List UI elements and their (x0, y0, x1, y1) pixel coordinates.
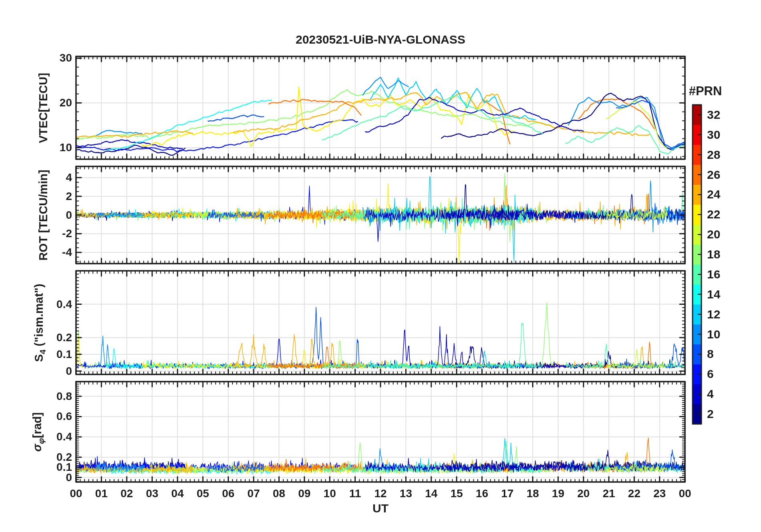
ytick-label-sigma: 0.2 (56, 451, 72, 464)
ytick-label-vtec: 10 (60, 141, 72, 154)
xtick-label: 23 (653, 487, 666, 500)
xtick-label: 10 (324, 487, 336, 500)
ylabel-rot: ROT [TECU/min] (37, 170, 50, 260)
ytick-label-rot: 2 (66, 190, 72, 203)
xtick-label: 09 (298, 487, 310, 500)
xtick-label: 19 (552, 487, 564, 500)
xtick-label: 14 (425, 487, 437, 500)
ytick-label-s4: 0.1 (56, 348, 72, 361)
xtick-label: 16 (476, 487, 488, 500)
ytick-label-rot: 4 (66, 171, 72, 184)
xtick-label: 22 (628, 487, 641, 500)
colorbar-tick-label: 28 (707, 148, 720, 162)
xtick-label: 00 (70, 487, 82, 500)
ylabel-s4-sub: 4 (38, 350, 47, 354)
xtick-label: 20 (577, 487, 590, 500)
xlabel-ut: UT (372, 502, 389, 515)
colorbar-tick-label: 8 (707, 347, 714, 361)
xtick-label: 15 (451, 487, 463, 500)
colorbar-tick-label: 14 (707, 288, 720, 301)
ytick-label-vtec: 20 (60, 96, 72, 109)
xtick-label: 07 (247, 487, 260, 500)
xtick-label: 02 (120, 487, 133, 500)
colorbar-tick-label: 32 (707, 108, 720, 122)
ylabel-sigma-post: [rad] (31, 412, 44, 438)
xtick-label: 06 (222, 487, 234, 500)
ytick-label-rot: -4 (62, 246, 72, 259)
colorbar-tick-label: 2 (707, 407, 714, 421)
colorbar-tick-label: 30 (707, 128, 720, 142)
ytick-label-sigma: 0.6 (56, 410, 72, 423)
xtick-label: 04 (171, 487, 184, 500)
ytick-label-sigma: 0.4 (56, 430, 72, 443)
xtick-label: 13 (400, 487, 412, 500)
colorbar-tick-label: 4 (707, 387, 714, 401)
ylabel-sigma-phi: σφ[rad] (31, 412, 46, 452)
colorbar-tick-label: 10 (707, 328, 720, 341)
ytick-label-vtec: 30 (60, 52, 72, 64)
xtick-label: 12 (374, 487, 387, 500)
xtick-label: 18 (527, 487, 539, 500)
colorbar-tick-label: 16 (707, 268, 720, 281)
ylabel-rot-text: ROT [TECU/min] (37, 170, 50, 260)
figure: 20230521-UiB-NYA-GLONASS VTEC[TECU] ROT … (0, 0, 761, 532)
ylabel-s4-post: ("ism.mat") (32, 284, 45, 349)
xtick-label: 21 (603, 487, 615, 500)
xtick-label: 11 (349, 487, 361, 500)
colorbar-tick-label: 22 (707, 208, 720, 221)
chart-canvas (0, 0, 761, 532)
ylabel-sigma-pre: σ (31, 444, 44, 452)
xtick-label: 08 (273, 487, 285, 500)
ytick-label-s4: 0.4 (56, 298, 72, 311)
ytick-label-s4: 0 (66, 365, 72, 378)
ytick-label-s4: 0.2 (56, 331, 72, 344)
ytick-label-rot: -2 (62, 227, 72, 240)
xtick-label: 05 (197, 487, 209, 500)
ylabel-vtec-text: VTEC[TECU] (37, 73, 50, 143)
ytick-label-sigma: 0.8 (56, 390, 72, 403)
xtick-label: 03 (146, 487, 158, 500)
colorbar-tick-label: 20 (707, 228, 720, 241)
colorbar-tick-label: 18 (707, 248, 720, 261)
xtick-label: 01 (95, 487, 108, 500)
colorbar-tick-label: 26 (707, 168, 720, 182)
xtick-label: 17 (501, 487, 514, 500)
colorbar-tick-label: 24 (707, 188, 720, 201)
ylabel-s4-pre: S (32, 354, 45, 362)
ylabel-vtec: VTEC[TECU] (37, 73, 50, 143)
colorbar-tick-label: 12 (707, 308, 720, 321)
ylabel-s4: S4 ("ism.mat") (32, 284, 48, 362)
chart-title: 20230521-UiB-NYA-GLONASS (296, 33, 465, 46)
colorbar-tick-label: 6 (707, 367, 714, 381)
xtick-label: 00 (679, 487, 691, 500)
colorbar-title: #PRN (689, 84, 722, 98)
ytick-label-rot: 0 (66, 209, 72, 222)
ylabel-sigma-sub: φ (36, 438, 46, 444)
